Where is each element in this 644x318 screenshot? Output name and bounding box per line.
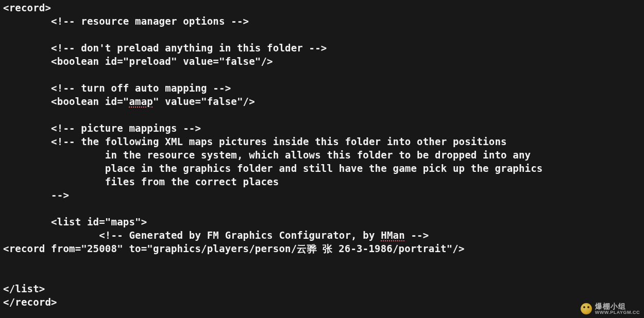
xml-code-block: <record> <!-- resource manager options -… <box>0 0 644 312</box>
